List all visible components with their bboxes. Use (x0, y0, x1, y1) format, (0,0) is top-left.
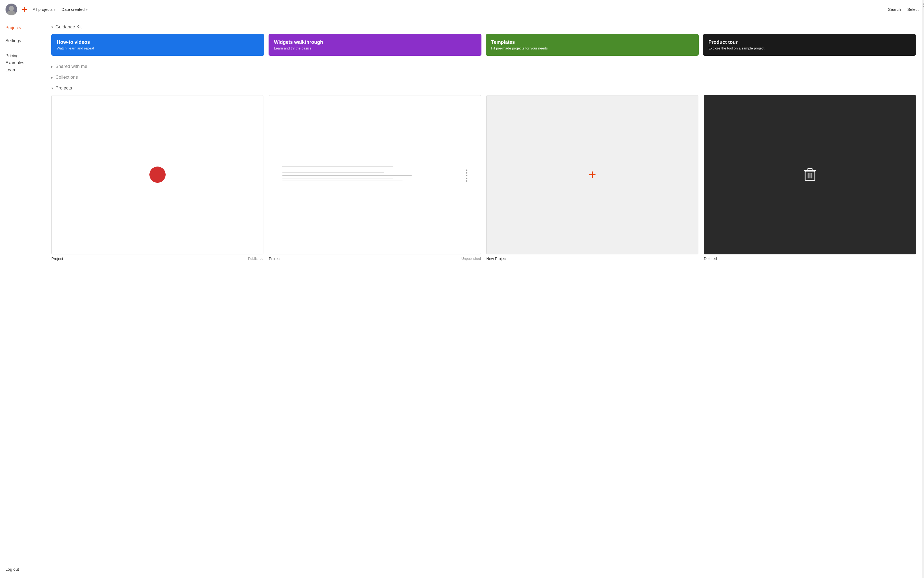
doc-dot-2 (466, 172, 468, 174)
guidance-kit-title: Guidance Kit (55, 24, 82, 30)
doc-line-5 (282, 180, 403, 181)
templates-title: Templates (491, 39, 693, 45)
shared-with-me-header[interactable]: ▸ Shared with me (51, 64, 916, 69)
collections-section: ▸ Collections (51, 75, 916, 80)
project-card-2[interactable]: Project Unpublished (269, 95, 481, 261)
product-tour-title: Product tour (709, 39, 911, 45)
sidebar-item-pricing[interactable]: Pricing (5, 52, 37, 60)
project-1-meta: Project Published (51, 257, 264, 261)
doc-dot-4 (466, 178, 468, 179)
project-1-circle (149, 167, 166, 183)
doc-row-3 (282, 175, 468, 176)
doc-dot-1 (466, 169, 468, 171)
templates-subtitle: Fit pre-made projects for your needs (491, 46, 693, 50)
doc-dot-5 (466, 180, 468, 182)
collections-chevron: ▸ (51, 75, 53, 80)
sidebar-item-settings[interactable]: Settings (5, 37, 37, 44)
how-to-videos-card[interactable]: How-to videos Watch, learn and repeat (51, 34, 264, 56)
doc-row-1 (282, 169, 468, 171)
search-button[interactable]: Search (888, 7, 901, 11)
new-project-meta: New Project (486, 257, 698, 261)
new-project-plus-icon[interactable]: + (22, 5, 27, 14)
edge-dot-2 (923, 4, 924, 5)
sidebar-item-examples[interactable]: Examples (5, 60, 37, 67)
new-project-plus-icon: + (589, 168, 596, 181)
guidance-cards-grid: How-to videos Watch, learn and repeat Wi… (51, 34, 916, 56)
doc-row-4 (282, 178, 468, 179)
sidebar-nav: Projects Settings Pricing Examples Learn (5, 24, 37, 560)
sidebar: Projects Settings Pricing Examples Learn… (0, 19, 43, 578)
header-filters: All projects Date created (33, 7, 888, 11)
project-2-meta: Project Unpublished (269, 257, 481, 261)
deleted-project-thumb (704, 95, 916, 254)
collections-header[interactable]: ▸ Collections (51, 75, 916, 80)
doc-row-2 (282, 172, 468, 174)
doc-row-5 (282, 180, 468, 182)
date-created-filter[interactable]: Date created (61, 7, 88, 11)
edge-dot-3 (923, 6, 924, 7)
sidebar-footer: Log out (5, 560, 37, 573)
project-2-name: Project (269, 257, 281, 261)
collections-title: Collections (55, 75, 78, 80)
shared-with-me-title: Shared with me (55, 64, 87, 69)
projects-section: ▾ Projects Project Published (51, 85, 916, 261)
edge-dots (922, 3, 924, 7)
project-2-doclist (280, 164, 470, 186)
sidebar-item-learn[interactable]: Learn (5, 67, 37, 73)
shared-with-me-section: ▸ Shared with me (51, 64, 916, 69)
doc-dot-3 (466, 175, 468, 176)
shared-with-me-chevron: ▸ (51, 65, 53, 69)
project-card-1[interactable]: Project Published (51, 95, 264, 261)
trash-icon (804, 168, 816, 182)
sidebar-item-projects[interactable]: Projects (5, 24, 37, 31)
select-button[interactable]: Select (907, 7, 919, 11)
new-project-card[interactable]: + New Project (486, 95, 698, 261)
svg-rect-6 (808, 169, 812, 170)
projects-title: Projects (55, 85, 72, 91)
widgets-walkthrough-title: Widgets walkthrough (274, 39, 476, 45)
edge-indicator (922, 0, 924, 578)
all-projects-filter[interactable]: All projects (33, 7, 56, 11)
project-1-name: Project (51, 257, 63, 261)
project-1-status: Published (248, 257, 264, 261)
guidance-kit-chevron: ▾ (51, 25, 53, 29)
logout-button[interactable]: Log out (5, 566, 37, 573)
widgets-walkthrough-subtitle: Learn and try the basics (274, 46, 476, 50)
guidance-kit-header[interactable]: ▾ Guidance Kit (51, 24, 916, 30)
header-left: + (5, 3, 27, 15)
header-actions: Search Select (888, 7, 919, 11)
deleted-project-meta: Deleted (704, 257, 916, 261)
sidebar-secondary: Pricing Examples Learn (5, 52, 37, 73)
guidance-kit-section: ▾ Guidance Kit How-to videos Watch, lear… (51, 24, 916, 56)
project-2-status: Unpublished (461, 257, 481, 261)
doc-line-3 (282, 175, 412, 176)
product-tour-card[interactable]: Product tour Explore the tool on a sampl… (703, 34, 916, 56)
widgets-walkthrough-card[interactable]: Widgets walkthrough Learn and try the ba… (269, 34, 481, 56)
main-layout: Projects Settings Pricing Examples Learn… (0, 19, 924, 578)
how-to-videos-subtitle: Watch, learn and repeat (57, 46, 259, 50)
project-2-thumb (269, 95, 481, 254)
new-project-name: New Project (486, 257, 507, 261)
main-content: ▾ Guidance Kit How-to videos Watch, lear… (43, 19, 924, 578)
app-header: + All projects Date created Search Selec… (0, 0, 924, 19)
doc-title-line (282, 167, 393, 167)
project-1-thumb (51, 95, 264, 254)
doc-line-2 (282, 172, 384, 173)
how-to-videos-title: How-to videos (57, 39, 259, 45)
doc-line-1 (282, 170, 403, 170)
new-project-thumb: + (486, 95, 698, 254)
templates-card[interactable]: Templates Fit pre-made projects for your… (486, 34, 699, 56)
svg-point-1 (9, 6, 14, 11)
projects-grid: Project Published (51, 95, 916, 261)
deleted-project-name: Deleted (704, 257, 717, 261)
product-tour-subtitle: Explore the tool on a sample project (709, 46, 911, 50)
deleted-project-card[interactable]: Deleted (704, 95, 916, 261)
projects-chevron: ▾ (51, 86, 53, 90)
avatar[interactable] (5, 3, 17, 15)
edge-dot-1 (923, 3, 924, 3)
doc-line-4 (282, 178, 393, 179)
projects-header[interactable]: ▾ Projects (51, 85, 916, 91)
